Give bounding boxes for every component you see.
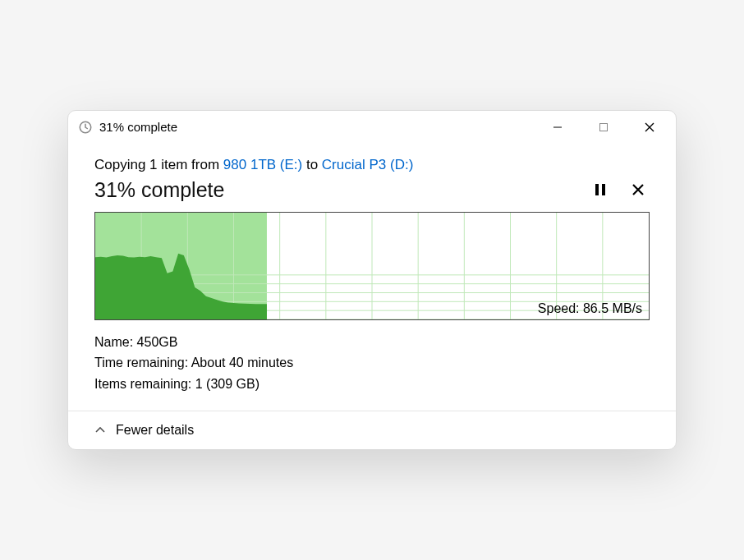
dialog-content: Copying 1 item from 980 1TB (E:) to Cruc… [68, 144, 676, 411]
window-title: 31% complete [99, 120, 535, 134]
speed-label: Speed: 86.5 MB/s [538, 301, 642, 316]
copy-description: Copying 1 item from 980 1TB (E:) to Cruc… [94, 157, 650, 173]
minimize-button[interactable] [535, 111, 581, 144]
destination-link[interactable]: Crucial P3 (D:) [322, 157, 413, 172]
detail-name: Name: 450GB [94, 332, 650, 353]
close-button[interactable] [627, 111, 673, 144]
detail-items: Items remaining: 1 (309 GB) [94, 374, 650, 395]
chevron-up-icon [94, 425, 106, 436]
items-value: 1 (309 GB) [195, 377, 259, 391]
cancel-button[interactable] [627, 178, 650, 201]
svg-rect-3 [602, 184, 605, 195]
progress-row: 31% complete [94, 178, 650, 202]
maximize-button[interactable] [581, 111, 627, 144]
source-link[interactable]: 980 1TB (E:) [223, 157, 302, 172]
speed-value: 86.5 MB/s [583, 301, 642, 315]
detail-time: Time remaining: About 40 minutes [94, 352, 650, 374]
copy-prefix: Copying 1 item from [94, 157, 223, 172]
details-block: Name: 450GB Time remaining: About 40 min… [94, 332, 650, 395]
speed-label-text: Speed: [538, 301, 583, 315]
items-label: Items remaining: [94, 377, 195, 391]
name-label: Name: [94, 335, 137, 349]
pause-button[interactable] [589, 178, 612, 201]
toggle-details-button[interactable]: Fewer details [94, 423, 194, 438]
time-label: Time remaining: [94, 356, 191, 370]
speed-chart: Speed: 86.5 MB/s [94, 212, 650, 320]
time-value: About 40 minutes [191, 356, 294, 370]
file-copy-dialog: 31% complete Copying 1 item from 980 1TB… [67, 110, 677, 451]
progress-percent: 31% complete [94, 178, 574, 202]
dialog-footer: Fewer details [68, 411, 676, 449]
name-value: 450GB [137, 335, 178, 349]
toggle-details-label: Fewer details [116, 423, 194, 438]
copy-middle: to [302, 157, 322, 172]
svg-rect-2 [595, 184, 599, 195]
svg-rect-1 [600, 123, 608, 131]
titlebar: 31% complete [68, 111, 676, 144]
clock-icon [78, 120, 93, 135]
